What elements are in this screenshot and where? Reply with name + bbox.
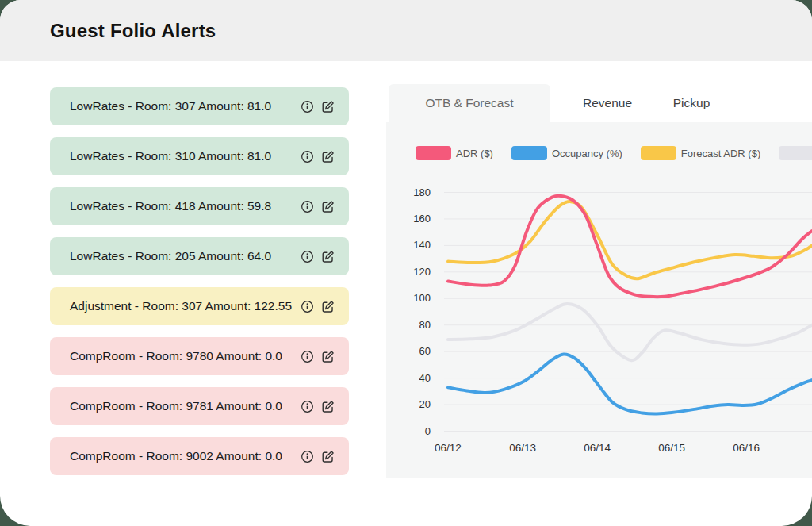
alert-actions	[301, 100, 335, 113]
chart-area: ADR ($) Occupancy (%) Forecast ADR ($) 0…	[386, 122, 812, 478]
alert-actions	[301, 400, 335, 413]
alert-text: LowRates - Room: 307 Amount: 81.0	[70, 99, 271, 113]
page-header: Guest Folio Alerts	[0, 0, 812, 61]
app-window: Guest Folio Alerts LowRates - Room: 307 …	[0, 0, 812, 526]
tab-pickup[interactable]: Pickup	[657, 84, 726, 122]
alert-text: CompRoom - Room: 9780 Amount: 0.0	[70, 349, 282, 363]
legend-item-forecast-adr[interactable]: Forecast ADR ($)	[641, 146, 760, 160]
legend-item-adr[interactable]: ADR ($)	[416, 146, 493, 160]
x-axis-tick: 06/15	[645, 442, 699, 455]
chart-panel: OTB & Forecast Revenue Pickup ADR ($) Oc…	[386, 84, 812, 478]
alert-text: LowRates - Room: 310 Amount: 81.0	[70, 149, 271, 163]
chart-line	[448, 202, 812, 278]
alert-item: CompRoom - Room: 9780 Amount: 0.0	[50, 337, 349, 375]
y-axis-tick: 100	[386, 292, 431, 305]
alert-text: LowRates - Room: 205 Amount: 64.0	[70, 249, 271, 263]
edit-icon[interactable]	[321, 200, 335, 213]
info-icon[interactable]	[301, 450, 314, 463]
alert-text: Adjustment - Room: 307 Amount: 122.55	[70, 299, 292, 313]
alert-text: LowRates - Room: 418 Amount: 59.8	[70, 199, 271, 213]
y-axis-tick: 20	[386, 398, 431, 411]
edit-icon[interactable]	[321, 400, 335, 413]
edit-icon[interactable]	[321, 350, 335, 363]
alert-item: Adjustment - Room: 307 Amount: 122.55	[50, 287, 349, 325]
alert-actions	[301, 250, 335, 263]
legend-swatch	[511, 146, 547, 160]
y-axis-tick: 0	[386, 425, 431, 438]
info-icon[interactable]	[301, 350, 314, 363]
chart-line	[448, 304, 812, 360]
tab-bar: OTB & Forecast Revenue Pickup	[386, 84, 812, 122]
x-axis-tick: 06/13	[496, 442, 550, 455]
legend-item-cutoff[interactable]	[779, 146, 812, 160]
alert-text: CompRoom - Room: 9002 Amount: 0.0	[70, 449, 282, 463]
alert-actions	[301, 150, 335, 163]
x-axis-tick: 06/12	[421, 442, 475, 455]
x-axis-tick: 06/16	[719, 442, 773, 455]
edit-icon[interactable]	[321, 250, 335, 263]
x-axis-tick: 06/14	[570, 442, 624, 455]
info-icon[interactable]	[301, 400, 314, 413]
info-icon[interactable]	[301, 150, 314, 163]
y-axis-tick: 80	[386, 319, 431, 332]
edit-icon[interactable]	[321, 450, 335, 463]
y-axis-tick: 140	[386, 239, 431, 251]
alert-item: LowRates - Room: 307 Amount: 81.0	[50, 87, 349, 125]
legend-swatch	[416, 146, 451, 160]
edit-icon[interactable]	[321, 100, 335, 113]
legend-item-occupancy[interactable]: Occupancy (%)	[511, 146, 622, 160]
alert-actions	[301, 450, 335, 463]
legend-swatch	[641, 146, 676, 160]
y-axis-tick: 60	[386, 345, 431, 358]
y-axis-tick: 180	[386, 186, 431, 199]
alert-list: LowRates - Room: 307 Amount: 81.0 LowRat…	[50, 87, 349, 487]
info-icon[interactable]	[301, 200, 314, 213]
y-axis-tick: 40	[386, 372, 431, 385]
page-title: Guest Folio Alerts	[50, 20, 216, 42]
chart-legend: ADR ($) Occupancy (%) Forecast ADR ($)	[416, 146, 812, 160]
alert-item: CompRoom - Room: 9002 Amount: 0.0	[50, 437, 349, 475]
alert-item: CompRoom - Room: 9781 Amount: 0.0	[50, 387, 349, 425]
alert-item: LowRates - Room: 310 Amount: 81.0	[50, 137, 349, 175]
alert-actions	[301, 200, 335, 213]
tab-otb-forecast[interactable]: OTB & Forecast	[389, 84, 550, 122]
legend-label: ADR ($)	[456, 148, 493, 159]
y-axis-tick: 160	[386, 213, 431, 225]
edit-icon[interactable]	[321, 150, 335, 163]
info-icon[interactable]	[301, 250, 314, 263]
legend-label: Occupancy (%)	[552, 148, 622, 159]
legend-label: Forecast ADR ($)	[681, 148, 760, 159]
y-axis-tick: 120	[386, 266, 431, 278]
chart-line	[448, 354, 812, 413]
chart-line	[448, 196, 812, 298]
alert-actions	[301, 350, 335, 363]
line-chart	[386, 122, 812, 478]
tab-revenue[interactable]: Revenue	[571, 84, 644, 122]
alert-text: CompRoom - Room: 9781 Amount: 0.0	[70, 399, 282, 413]
alert-item: LowRates - Room: 418 Amount: 59.8	[50, 187, 349, 225]
info-icon[interactable]	[301, 100, 314, 113]
legend-swatch	[779, 146, 812, 160]
edit-icon[interactable]	[321, 300, 335, 313]
alert-item: LowRates - Room: 205 Amount: 64.0	[50, 237, 349, 275]
info-icon[interactable]	[301, 300, 314, 313]
alert-actions	[301, 300, 335, 313]
